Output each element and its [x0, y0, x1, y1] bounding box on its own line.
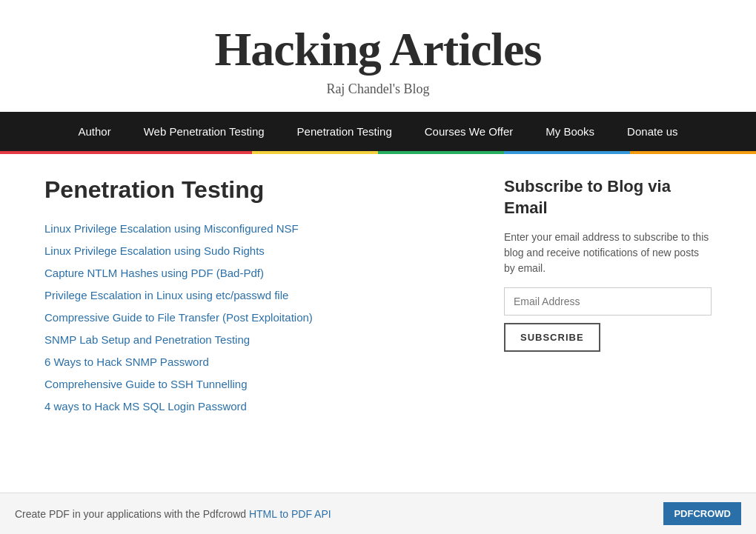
main-nav: Author Web Penetration Testing Penetrati…: [0, 112, 756, 154]
list-item: Privilege Escalation in Linux using etc/…: [44, 289, 474, 302]
list-item: 6 Ways to Hack SNMP Password: [44, 356, 474, 369]
sidebar: Subscribe to Blog via Email Enter your e…: [504, 176, 712, 422]
subscribe-button[interactable]: SUBSCRIBE: [504, 323, 600, 352]
email-input[interactable]: [504, 287, 712, 316]
main-content: Penetration Testing Linux Privilege Esca…: [44, 176, 474, 422]
nav-item-web-pen[interactable]: Web Penetration Testing: [127, 112, 281, 151]
content-wrapper: Penetration Testing Linux Privilege Esca…: [0, 154, 756, 444]
article-link[interactable]: Capture NTLM Hashes using PDF (Bad-Pdf): [44, 267, 264, 279]
nav-link-my-books[interactable]: My Books: [529, 112, 611, 151]
nav-link-web-pen[interactable]: Web Penetration Testing: [127, 112, 281, 151]
article-link[interactable]: Compressive Guide to File Transfer (Post…: [44, 311, 313, 324]
nav-link-pen-testing[interactable]: Penetration Testing: [281, 112, 408, 151]
underline-donate: [630, 151, 756, 154]
nav-link-donate[interactable]: Donate us: [611, 112, 694, 151]
footer-text: Create PDF in your applications with the…: [15, 508, 331, 520]
underline-my-books: [504, 151, 630, 154]
underline-author: [0, 151, 126, 154]
nav-item-pen-testing[interactable]: Penetration Testing: [281, 112, 408, 151]
list-item: 4 ways to Hack MS SQL Login Password: [44, 400, 474, 413]
article-link[interactable]: Comprehensive Guide to SSH Tunnelling: [44, 378, 248, 390]
pdfcrowd-badge[interactable]: PDFCROWD: [663, 502, 741, 525]
footer-label: Create PDF in your applications with the…: [15, 508, 246, 520]
underline-courses: [378, 151, 504, 154]
underline-web-pen: [126, 151, 252, 154]
site-title: Hacking Articles: [15, 22, 741, 77]
site-header: Hacking Articles Raj Chandel's Blog: [0, 0, 756, 112]
list-item: Compressive Guide to File Transfer (Post…: [44, 311, 474, 324]
list-item: Capture NTLM Hashes using PDF (Bad-Pdf): [44, 267, 474, 280]
nav-underline-bars: [0, 151, 756, 154]
article-link[interactable]: SNMP Lab Setup and Penetration Testing: [44, 333, 250, 346]
nav-item-my-books[interactable]: My Books: [529, 112, 611, 151]
nav-link-courses[interactable]: Courses We Offer: [408, 112, 530, 151]
article-link[interactable]: Linux Privilege Escalation using Sudo Ri…: [44, 244, 265, 257]
article-link[interactable]: 6 Ways to Hack SNMP Password: [44, 356, 209, 368]
nav-item-donate[interactable]: Donate us: [611, 112, 694, 151]
subscribe-desc: Enter your email address to subscribe to…: [504, 230, 712, 276]
list-item: Comprehensive Guide to SSH Tunnelling: [44, 378, 474, 391]
pdf-footer: Create PDF in your applications with the…: [0, 493, 756, 534]
nav-item-author[interactable]: Author: [62, 112, 127, 151]
page-title: Penetration Testing: [44, 176, 474, 204]
subscribe-title: Subscribe to Blog via Email: [504, 176, 712, 218]
article-link[interactable]: Linux Privilege Escalation using Misconf…: [44, 222, 299, 235]
footer-link[interactable]: HTML to PDF API: [249, 508, 331, 520]
subscribe-box: Subscribe to Blog via Email Enter your e…: [504, 176, 712, 352]
article-link[interactable]: 4 ways to Hack MS SQL Login Password: [44, 400, 247, 413]
site-subtitle: Raj Chandel's Blog: [15, 81, 741, 97]
list-item: Linux Privilege Escalation using Sudo Ri…: [44, 244, 474, 258]
list-item: SNMP Lab Setup and Penetration Testing: [44, 333, 474, 347]
nav-item-courses[interactable]: Courses We Offer: [408, 112, 530, 151]
article-list: Linux Privilege Escalation using Misconf…: [44, 222, 474, 413]
list-item: Linux Privilege Escalation using Misconf…: [44, 222, 474, 236]
underline-pen-testing: [252, 151, 378, 154]
article-link[interactable]: Privilege Escalation in Linux using etc/…: [44, 289, 288, 301]
nav-link-author[interactable]: Author: [62, 112, 127, 151]
nav-list: Author Web Penetration Testing Penetrati…: [0, 112, 756, 151]
